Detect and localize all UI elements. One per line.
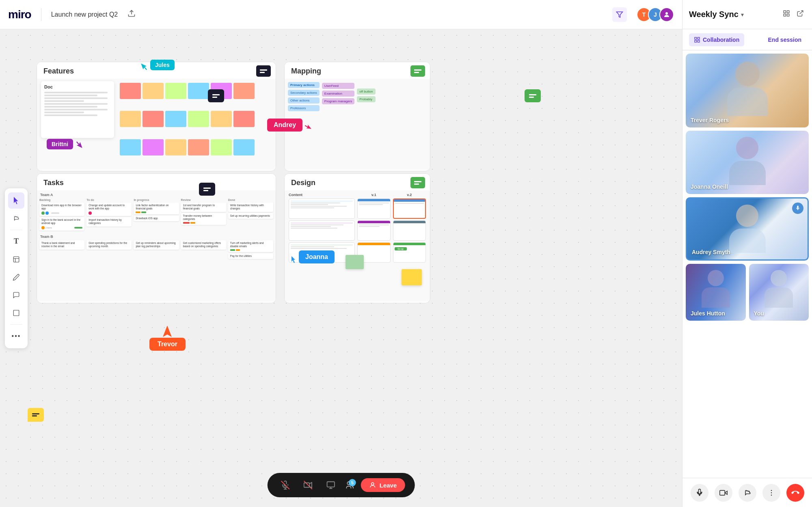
screenshare-button[interactable] — [323, 477, 339, 493]
canvas-chat-1[interactable] — [208, 89, 224, 102]
svg-point-1 — [665, 12, 668, 15]
right-panel: Weekly Sync ▾ Collab — [682, 0, 812, 507]
leave-button[interactable]: Leave — [361, 478, 405, 492]
frame-tool[interactable] — [8, 305, 24, 321]
bottom-toolbar: 5 Leave — [268, 473, 415, 497]
tasks-title: Tasks — [37, 174, 276, 190]
mapping-chat-icon[interactable] — [410, 65, 425, 77]
video-tile-audrey: Audrey Smyth — [686, 197, 809, 261]
trevor-label: Trevor — [149, 338, 186, 351]
todo-col-b: Give spending predictions for the upcomi… — [86, 240, 132, 259]
svg-marker-4 — [163, 326, 172, 337]
jules-hutton-name: Jules Hutton — [691, 310, 725, 317]
canvas-chat-2[interactable] — [525, 89, 541, 102]
speaking-icon — [792, 203, 803, 214]
team-b-label: Team B — [40, 235, 273, 239]
logo: miro — [8, 8, 31, 21]
tasks-content: Team A Backlog Download miro app in the … — [37, 190, 276, 302]
team-a-label: Team A — [40, 193, 273, 197]
design-chat-icon[interactable] — [410, 177, 425, 188]
board-title: Launch new project Q2 — [51, 11, 118, 18]
svg-point-9 — [371, 483, 374, 485]
svg-point-21 — [771, 494, 772, 496]
canvas[interactable]: T ••• Features — [0, 29, 682, 507]
main-canvas-area: miro Launch new project Q2 T J — [0, 0, 682, 507]
design-section: Design Content v.1 v.2 — [284, 173, 430, 303]
text-tool[interactable]: T — [8, 233, 24, 250]
panel-tabs: Collaboration End session — [682, 29, 812, 50]
ctrl-more[interactable] — [762, 484, 780, 502]
participant-count: 5 — [349, 479, 356, 486]
hand-tool[interactable] — [8, 210, 24, 227]
backlog-col-b: Thank a bank statement and resolve in th… — [39, 240, 84, 259]
video-row-bottom: Jules Hutton You — [686, 264, 809, 321]
design-title: Design — [285, 174, 430, 190]
avatar-3 — [659, 7, 674, 22]
inprogress-col-b: Get up reminders about upcoming plan log… — [134, 240, 179, 259]
meeting-dropdown[interactable]: ▾ — [741, 11, 744, 18]
mic-button[interactable] — [277, 477, 294, 493]
stickies-area — [118, 81, 272, 167]
svg-point-20 — [771, 492, 772, 493]
ctrl-camera[interactable] — [715, 484, 732, 502]
pen-tool[interactable] — [8, 269, 24, 285]
svg-rect-15 — [698, 37, 700, 39]
select-tool[interactable] — [8, 192, 24, 209]
svg-line-6 — [304, 481, 312, 489]
left-toolbar: T ••• — [5, 188, 28, 348]
video-tile-jules: Jules Hutton — [686, 264, 746, 321]
collaboration-tab[interactable]: Collaboration — [689, 33, 744, 46]
header-avatars: T J — [637, 7, 674, 22]
video-tile-you: You — [749, 264, 809, 321]
done-col-b: Turn off marketing alerts and disable em… — [228, 240, 273, 259]
svg-rect-13 — [787, 14, 789, 16]
more-tools[interactable]: ••• — [8, 328, 24, 344]
panel-controls — [682, 478, 812, 507]
panel-grid-icon[interactable] — [781, 8, 792, 21]
design-content: Content v.1 v.2 — [285, 190, 430, 302]
features-title: Features — [37, 62, 276, 79]
svg-rect-16 — [695, 40, 697, 42]
inprogress-col: In progress Link factor authentication o… — [134, 198, 179, 231]
header: miro Launch new project Q2 T J — [0, 0, 682, 29]
end-session-button[interactable]: End session — [764, 34, 806, 45]
done-col: Done Write transaction history with chan… — [228, 198, 273, 231]
sticky-tool[interactable] — [8, 251, 24, 268]
mapping-diagram: Primary actions Secondary actions Other … — [285, 79, 430, 114]
svg-rect-12 — [784, 14, 786, 16]
svg-rect-17 — [698, 40, 700, 42]
canvas-chat-3[interactable] — [199, 183, 215, 196]
joanna-name: Joanna Oneill — [691, 183, 728, 190]
review-col-b: Get customized marketing offers based on… — [181, 240, 226, 259]
svg-rect-10 — [784, 11, 786, 13]
tasks-section: Tasks Team A Backlog Download miro app i… — [37, 173, 276, 303]
ctrl-hand[interactable] — [739, 484, 756, 502]
panel-title-area: Weekly Sync ▾ — [689, 10, 744, 19]
video-tile-joanna: Joanna Oneill — [686, 131, 809, 194]
video-tile-trever: Trever Rogers — [686, 54, 809, 127]
svg-rect-11 — [787, 11, 789, 13]
trevor-cursor: Trevor — [149, 326, 186, 351]
participants-button[interactable]: 5 — [346, 481, 354, 490]
svg-point-19 — [771, 490, 772, 491]
panel-header: Weekly Sync ▾ — [682, 0, 812, 29]
ctrl-end-call[interactable] — [786, 484, 804, 502]
mapping-content: Primary actions Secondary actions Other … — [285, 79, 430, 170]
camera-button[interactable] — [300, 477, 316, 493]
svg-rect-18 — [719, 490, 725, 495]
features-chat-icon[interactable] — [256, 65, 271, 77]
design-sticky-2 — [346, 255, 364, 265]
features-content: Doc — [37, 79, 276, 170]
svg-marker-0 — [617, 12, 623, 17]
upload-button[interactable] — [124, 8, 139, 21]
panel-external-link[interactable] — [795, 8, 806, 21]
comment-tool[interactable] — [8, 287, 24, 303]
kanban-board: Team A Backlog Download miro app in the … — [37, 190, 276, 261]
you-name: You — [754, 310, 764, 317]
filter-button[interactable] — [612, 7, 627, 22]
ctrl-mic[interactable] — [691, 484, 708, 502]
left-chat-bubble[interactable] — [28, 408, 44, 422]
svg-rect-7 — [327, 482, 335, 487]
backlog-col: Backlog Download miro app in the browser… — [39, 198, 84, 231]
mapping-title: Mapping — [285, 62, 430, 79]
